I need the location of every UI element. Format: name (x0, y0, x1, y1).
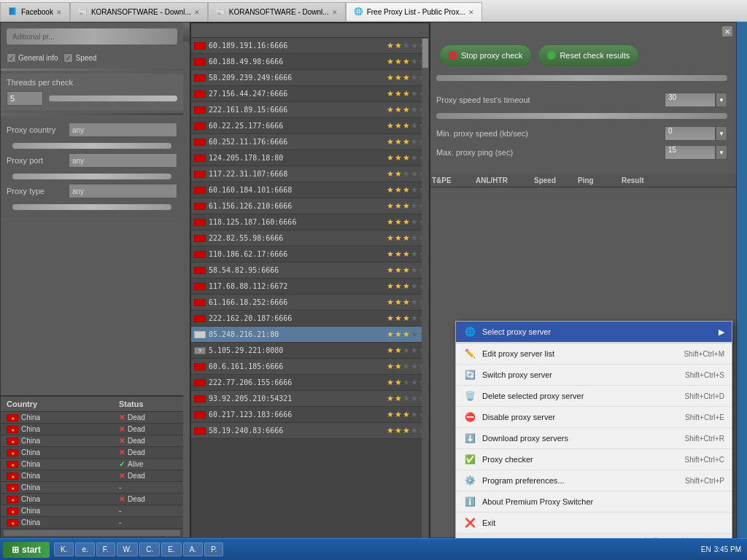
taskbar-item-w[interactable]: W. (117, 542, 139, 556)
country-table-row[interactable]: ★China✕Dead (1, 412, 183, 424)
start-button[interactable]: ⊞ start (3, 542, 50, 558)
taskbar-item-k[interactable]: K. (54, 542, 74, 556)
right-close-button[interactable]: ✕ (721, 26, 733, 37)
result-col-header: Result (622, 176, 732, 184)
taskbar-item-f[interactable]: F. (96, 542, 115, 556)
proxy-list-row[interactable]: 222.77.206.155:6666★★★★★ (191, 375, 429, 391)
taskbar-item-p[interactable]: P. (204, 542, 223, 556)
proxy-list-row[interactable]: 118.125.187.160:6666★★★★★ (191, 214, 429, 230)
status-x-icon: ✕ (119, 472, 125, 480)
proxy-list-row[interactable]: 27.156.44.247:6666★★★★★ (191, 86, 429, 102)
tab-koran2[interactable]: 📰 KORANSOFTWARE - Downl... ✕ (208, 2, 346, 21)
stop-icon (449, 51, 457, 60)
taskbar-item-c[interactable]: C. (139, 542, 160, 556)
proxy-type-row: Proxy type any (7, 184, 177, 198)
speed-checkbox[interactable]: ✓ (63, 53, 73, 63)
proxy-port-dropdown[interactable]: any (69, 153, 177, 168)
country-table-row[interactable]: ★China- (1, 517, 183, 529)
max-ping-arrow[interactable]: ▼ (716, 145, 727, 160)
proxy-list-row[interactable]: ?5.105.29.221:8080★★★★★ (191, 343, 429, 359)
threads-field[interactable] (7, 91, 43, 106)
port-slider[interactable] (12, 174, 171, 179)
star-icon: ★ (387, 121, 394, 131)
context-menu-item[interactable]: ℹ️About Premium Proxy Switcher (456, 491, 732, 513)
menu-item-label: Program preferences... (482, 476, 679, 485)
proxy-list-row[interactable]: 60.252.11.176:6666★★★★★ (191, 134, 429, 150)
proxy-list-row[interactable]: 117.68.88.112:6672★★★★★ (191, 279, 429, 295)
star-icon: ★ (403, 426, 410, 435)
timeout-dropdown-arrow[interactable]: ▼ (716, 93, 727, 107)
tab-facebook[interactable]: 📘 Facebook ✕ (0, 2, 70, 21)
proxy-list-row[interactable]: 58.209.239.249:6666★★★★★ (191, 70, 429, 86)
tab-koran2-close[interactable]: ✕ (332, 9, 338, 16)
proxy-list-row[interactable]: 60.160.184.101:6668★★★★★ (191, 182, 429, 198)
country-scrollbar[interactable] (4, 530, 180, 536)
max-ping-label: Max. proxy ping (sec) (436, 148, 665, 157)
tab-proxy-list[interactable]: 🌐 Free Proxy List - Public Prox... ✕ (346, 2, 482, 21)
country-table-row[interactable]: ★China✓Alive (1, 459, 183, 470)
proxy-country-dropdown[interactable]: any (69, 122, 177, 137)
proxy-list-row[interactable]: 222.161.89.15:6666★★★★★ (191, 102, 429, 118)
country-table-row[interactable]: ★China- (1, 505, 183, 517)
context-menu-item[interactable]: ❌Exit (456, 513, 732, 534)
tab-koran1-close[interactable]: ✕ (194, 9, 200, 16)
language-indicator: EN (701, 545, 711, 553)
second-slider[interactable] (436, 113, 727, 119)
tab-proxy-list-close[interactable]: ✕ (468, 9, 474, 16)
proxy-scrollbar[interactable] (422, 38, 429, 538)
context-menu-item[interactable]: ⛔Disable proxy serverShift+Ctrl+E (456, 407, 732, 428)
proxy-flag (194, 235, 206, 242)
min-speed-arrow[interactable]: ▼ (716, 126, 727, 141)
proxy-list-row[interactable]: 222.82.55.98:6666★★★★★ (191, 230, 429, 246)
proxy-list-row[interactable]: 60.217.123.183:6666★★★★★ (191, 407, 429, 423)
proxy-list-row[interactable]: 117.22.31.107:6668★★★★★ (191, 166, 429, 182)
context-menu-item[interactable]: ⚙️Program preferences...Shift+Ctrl+P (456, 470, 732, 491)
tab-facebook-close[interactable]: ✕ (56, 9, 62, 16)
proxy-list-row[interactable]: 222.162.20.187:6666★★★★★ (191, 311, 429, 327)
taskbar-item-a[interactable]: A. (183, 542, 203, 556)
context-menu-item[interactable]: ✏️Edit proxy server listShift+Ctrl+M (456, 343, 732, 365)
proxy-list-row[interactable]: 58.19.240.83:6666★★★★★ (191, 423, 429, 439)
proxy-list-row[interactable]: 60.189.191.16:6666★★★★★ (191, 38, 429, 54)
timeout-select[interactable]: 30 (665, 93, 716, 107)
country-table-row[interactable]: ★China✕Dead (1, 447, 183, 459)
proxy-list-row[interactable]: 93.92.205.210:54321★★★★★ (191, 391, 429, 407)
country-table-row[interactable]: ★China✕Dead (1, 435, 183, 447)
proxy-address: 58.54.82.95:6666 (209, 266, 387, 274)
proxy-list-row[interactable]: 85.248.216.21:80★★★★★ (191, 327, 429, 343)
general-info-checkbox[interactable]: ✓ (7, 53, 16, 63)
context-menu-item[interactable]: ✅Proxy checkerShift+Ctrl+C (456, 449, 732, 470)
reset-check-results-button[interactable]: Reset check results (538, 44, 639, 66)
stop-proxy-check-button[interactable]: Stop proxy check (439, 44, 532, 66)
proxy-list-row[interactable]: 61.156.126.210:6666★★★★★ (191, 198, 429, 214)
proxy-list-row[interactable]: 124.205.178.18:80★★★★★ (191, 150, 429, 166)
star-icon: ★ (411, 281, 418, 291)
proxy-address: 222.161.89.15:6666 (209, 106, 387, 114)
country-table-row[interactable]: ★China✕Dead (1, 424, 183, 435)
country-slider[interactable] (12, 143, 171, 149)
max-ping-select[interactable]: 15 (665, 145, 716, 160)
taskbar-item-e[interactable]: e. (75, 542, 94, 556)
country-table-row[interactable]: ★China- (1, 482, 183, 494)
context-menu-item[interactable]: ⬇️Download proxy serversShift+Ctrl+R (456, 428, 732, 449)
proxy-type-dropdown[interactable]: any (69, 184, 177, 198)
context-menu-item[interactable]: 🔄Switch proxy serverShift+Ctrl+S (456, 365, 732, 386)
threads-slider[interactable] (49, 96, 177, 101)
proxy-list-row[interactable]: 60.188.49.98:6666★★★★★ (191, 54, 429, 70)
proxy-list-row[interactable]: 60.6.161.185:6666★★★★★ (191, 359, 429, 375)
tab-koran1[interactable]: 📰 KORANSOFTWARE - Downl... ✕ (70, 2, 208, 21)
proxy-list-row[interactable]: 61.166.18.252:6666★★★★★ (191, 295, 429, 311)
min-speed-select[interactable]: 0 (665, 126, 716, 141)
proxy-list-row[interactable]: 58.54.82.95:6666★★★★★ (191, 262, 429, 279)
speed-slider[interactable] (436, 75, 727, 81)
proxy-address: 110.186.62.17:6666 (209, 250, 387, 258)
proxy-list-row[interactable]: 110.186.62.17:6666★★★★★ (191, 246, 429, 262)
proxy-list-scroll[interactable]: 60.189.191.16:6666★★★★★60.188.49.98:6666… (191, 38, 429, 538)
country-table-row[interactable]: ★China✕Dead (1, 470, 183, 482)
country-table-row[interactable]: ★China✕Dead (1, 494, 183, 505)
proxy-list-row[interactable]: 60.22.25.177:6666★★★★★ (191, 118, 429, 134)
context-menu-item[interactable]: 🌐Select proxy server▶ (456, 322, 732, 343)
taskbar-item-e2[interactable]: E. (161, 542, 181, 556)
type-slider[interactable] (12, 204, 171, 210)
context-menu-item[interactable]: 🗑️Delete selected proxy serverShift+Ctrl… (456, 386, 732, 407)
